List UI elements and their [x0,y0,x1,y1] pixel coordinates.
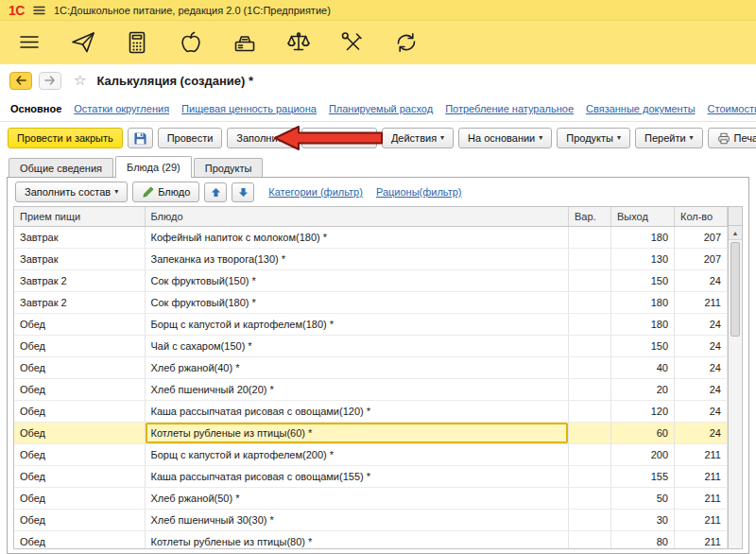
cell-variant[interactable] [569,422,611,443]
fill-composition-dropdown[interactable]: Заполнить состав ▾ [15,182,128,202]
cell-variant[interactable] [569,400,611,422]
cell-variant[interactable] [569,335,611,356]
table-row[interactable]: Обед Хлеб ржаной(50) * 50 211 [14,487,728,509]
print-dropdown[interactable]: Печать ▾ [708,128,756,148]
cell-output[interactable]: 30 [611,509,675,530]
cell-variant[interactable] [569,487,611,509]
cell-qty[interactable]: 24 [675,378,728,400]
section-link-rounding-balances[interactable]: Остатки округления [74,103,169,114]
section-link-related-documents[interactable]: Связанные документы [586,103,696,114]
dish-edit-button[interactable]: Блюдо [132,182,199,202]
cell-variant[interactable] [569,248,611,269]
cell-meal[interactable]: Обед [14,443,145,465]
cell-output[interactable]: 130 [611,248,675,269]
cell-variant[interactable] [569,378,611,400]
cell-output[interactable]: 150 [611,269,675,291]
cell-output[interactable]: 150 [611,335,675,356]
cell-qty[interactable]: 24 [675,422,728,443]
table-row[interactable]: Обед Борщ с капустой и картофелем(200) *… [14,443,728,465]
cell-output[interactable]: 155 [611,465,675,487]
actions-dropdown[interactable]: Действия ▾ [382,128,454,148]
cell-meal[interactable]: Обед [14,530,145,548]
cell-output[interactable]: 60 [611,422,675,443]
cell-variant[interactable] [569,509,611,530]
cell-variant[interactable] [569,443,611,465]
back-button[interactable] [9,72,32,90]
table-row[interactable]: Завтрак 2 Сок фруктовый(150) * 150 24 [14,269,728,291]
cell-variant[interactable] [569,226,611,248]
post-button[interactable]: Провести [158,128,223,148]
cell-dish[interactable]: Запеканка из творога(130) * [145,248,569,269]
table-row[interactable]: Обед Борщ с капустой и картофелем(180) *… [14,313,728,335]
cash-register-icon[interactable] [231,28,259,57]
post-and-close-button[interactable]: Провести и закрыть [8,128,123,148]
column-header-dish[interactable]: Блюдо [145,207,569,226]
column-header-qty[interactable]: Кол-во [675,207,728,226]
cell-dish[interactable]: Борщ с капустой и картофелем(200) * [145,443,569,465]
cell-output[interactable]: 120 [611,400,675,422]
table-row[interactable]: Обед Каша рассыпчатая рисовая с овощами(… [14,400,728,422]
fill-button[interactable]: Заполнить [227,128,297,148]
cell-qty[interactable]: 24 [675,335,728,356]
cell-dish[interactable]: Борщ с капустой и картофелем(180) * [145,313,569,335]
scrollbar-thumb[interactable] [730,242,740,337]
cell-variant[interactable] [569,465,611,487]
scroll-up-button[interactable]: ▲ [729,226,742,240]
cell-qty[interactable]: 24 [675,269,728,291]
forward-button[interactable] [39,72,61,90]
cell-output[interactable]: 20 [611,378,675,400]
categories-filter-link[interactable]: Категории (фильтр) [268,186,363,198]
cell-dish[interactable]: Сок фруктовый(180) * [145,291,569,313]
cell-qty[interactable]: 24 [675,400,728,422]
cell-meal[interactable]: Обед [14,487,145,509]
cell-qty[interactable]: 211 [675,487,728,509]
table-row[interactable]: Обед Котлеты рубленые из птицы(80) * 80 … [14,530,728,548]
cell-output[interactable]: 180 [611,313,675,335]
rations-filter-link[interactable]: Рационы(фильтр) [376,186,462,198]
cell-meal[interactable]: Обед [14,509,145,530]
cell-meal[interactable]: Обед [14,313,145,335]
cell-dish[interactable]: Хлеб пшеничный 20(20) * [145,378,569,400]
column-header-variant[interactable]: Вар. [569,207,611,226]
cell-meal[interactable]: Обед [14,465,145,487]
cell-qty[interactable]: 211 [675,291,728,313]
cell-output[interactable]: 40 [611,356,675,378]
cell-dish[interactable]: Хлеб ржаной(50) * [145,487,569,509]
functions-menu-icon[interactable] [15,28,43,57]
cell-meal[interactable]: Обед [14,400,145,422]
cell-output[interactable]: 180 [611,291,675,313]
tab-dishes[interactable]: Блюда (29) [115,156,192,178]
cell-meal[interactable]: Завтрак 2 [14,269,145,291]
table-row[interactable]: Обед Чай с сахаром(150) * 150 24 [14,335,728,356]
section-link-nutrition-value[interactable]: Пищевая ценность рациона [181,103,317,114]
cell-output[interactable]: 50 [611,487,675,509]
table-row[interactable]: Обед Хлеб пшеничный 20(20) * 20 24 [14,378,728,400]
cell-dish[interactable]: Кофейный напиток с молоком(180) * [145,226,569,248]
column-header-output[interactable]: Выход [611,207,675,226]
products-dropdown[interactable]: Продукты ▾ [557,128,630,148]
table-row[interactable]: Обед Хлеб пшеничный 30(30) * 30 211 [14,509,728,530]
column-header-meal[interactable]: Прием пищи [14,207,145,226]
cell-meal[interactable]: Обед [14,335,145,356]
vertical-scrollbar[interactable]: ▲ [728,207,742,548]
sync-exchange-icon[interactable] [392,28,421,57]
section-link-planned-expense[interactable]: Планируемый расход [329,103,433,114]
cell-dish[interactable]: Каша рассыпчатая рисовая с овощами(120) … [145,400,569,422]
rounding-button[interactable]: Округление [301,128,377,148]
cell-qty[interactable]: 207 [675,248,728,269]
table-row[interactable]: Завтрак Запеканка из творога(130) * 130 … [14,248,728,269]
tab-products[interactable]: Продукты [194,158,264,177]
cell-output[interactable]: 200 [611,443,675,465]
table-row[interactable]: Обед Каша рассыпчатая рисовая с овощами(… [14,465,728,487]
move-down-button[interactable] [232,182,254,202]
cell-dish[interactable]: Сок фруктовый(150) * [145,269,569,291]
cell-meal[interactable]: Завтрак 2 [14,291,145,313]
cell-dish[interactable]: Чай с сахаром(150) * [145,335,569,356]
goto-dropdown[interactable]: Перейти ▾ [635,128,703,148]
table-row[interactable]: Завтрак Кофейный напиток с молоком(180) … [14,226,728,248]
cell-meal[interactable]: Обед [14,356,145,378]
cell-variant[interactable] [569,313,611,335]
cell-qty[interactable]: 24 [675,356,728,378]
section-link-natural-consumption[interactable]: Потребление натуральное [445,103,574,114]
cell-dish[interactable]: Котлеты рубленые из птицы(60) * [145,422,569,443]
